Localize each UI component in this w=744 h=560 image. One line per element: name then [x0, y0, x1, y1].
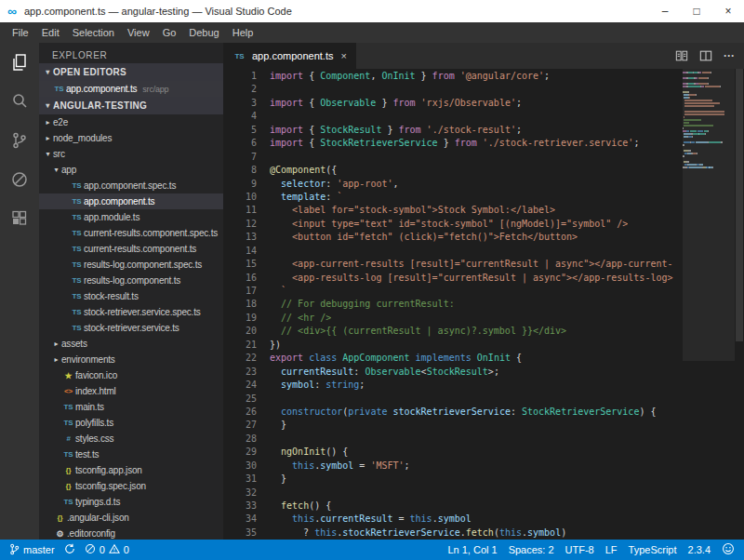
- tree-item[interactable]: TStypings.d.ts: [39, 494, 223, 510]
- code-area[interactable]: 1import { Component, OnInit } from '@ang…: [223, 69, 683, 540]
- code-token: 'app-root': [337, 179, 392, 189]
- tree-item[interactable]: {}tsconfig.app.json: [39, 462, 223, 478]
- menu-help[interactable]: Help: [226, 27, 260, 38]
- menu-selection[interactable]: Selection: [66, 27, 121, 38]
- tree-item[interactable]: ▾src: [39, 146, 223, 162]
- status-encoding[interactable]: UTF-8: [565, 544, 594, 555]
- problems-indicator[interactable]: 0 0: [85, 543, 129, 556]
- more-actions-icon[interactable]: ···: [724, 49, 735, 62]
- line-number: 18: [223, 298, 257, 311]
- tree-item[interactable]: TSapp.component.ts: [39, 193, 223, 209]
- tree-item[interactable]: ▸e2e: [39, 114, 223, 130]
- tree-item[interactable]: ▸environments: [39, 352, 223, 367]
- open-editor-item[interactable]: TSapp.component.tssrc/app: [39, 81, 223, 97]
- source-control-icon[interactable]: [0, 121, 39, 160]
- menu-file[interactable]: File: [6, 27, 35, 38]
- code-token: symbol: [438, 513, 472, 524]
- menu-view[interactable]: View: [121, 27, 156, 38]
- open-changes-icon[interactable]: [675, 49, 688, 62]
- tree-item[interactable]: TScurrent-results.component.spec.ts: [39, 225, 223, 241]
- code-text: this.symbol = 'MSFT';: [270, 460, 410, 473]
- tree-item[interactable]: TSpolyfills.ts: [39, 415, 223, 431]
- status-cursor-position[interactable]: Ln 1, Col 1: [447, 544, 497, 555]
- code-line: 6import { StockRetrieverService } from '…: [223, 137, 683, 150]
- tree-item[interactable]: TSstock-result.ts: [39, 288, 223, 304]
- tree-item[interactable]: #styles.css: [39, 431, 223, 447]
- split-editor-icon[interactable]: [699, 49, 712, 62]
- line-number: 28: [223, 433, 257, 446]
- code-token: currentResult: [320, 513, 392, 524]
- tree-item[interactable]: TStest.ts: [39, 447, 223, 462]
- code-line: 23 currentResult: Observable<StockResult…: [223, 366, 683, 379]
- close-button[interactable]: ×: [712, 0, 744, 22]
- menu-debug[interactable]: Debug: [182, 27, 225, 38]
- sidebar-title: EXPLORER: [39, 43, 223, 63]
- tree-item[interactable]: {}tsconfig.spec.json: [39, 478, 223, 494]
- tree-item[interactable]: ▾app: [39, 162, 223, 178]
- code-token: this: [410, 513, 432, 524]
- explorer-icon[interactable]: [0, 43, 39, 82]
- code-text: template: `: [270, 191, 342, 204]
- tree-item[interactable]: ▸assets: [39, 336, 223, 352]
- code-token: StockResult: [320, 125, 381, 135]
- tree-item[interactable]: TSmain.ts: [39, 399, 223, 415]
- feedback-smiley-icon[interactable]: [722, 542, 735, 557]
- status-language-mode[interactable]: TypeScript: [629, 544, 677, 555]
- file-type-icon: TS: [70, 260, 84, 269]
- code-token: ;: [405, 460, 410, 471]
- tree-item[interactable]: ★favicon.ico: [39, 367, 223, 383]
- tree-item[interactable]: ⚙.editorconfig: [39, 526, 223, 540]
- tree-item-label: current-results.component.ts: [84, 244, 196, 254]
- sync-button[interactable]: [64, 543, 75, 556]
- maximize-button[interactable]: □: [681, 0, 712, 22]
- line-number: 22: [223, 352, 257, 365]
- file-type-icon: #: [61, 434, 75, 443]
- status-eol[interactable]: LF: [605, 544, 618, 555]
- menu-go[interactable]: Go: [156, 27, 183, 38]
- status-indentation[interactable]: Spaces: 2: [509, 544, 554, 555]
- line-number: 11: [223, 204, 257, 217]
- status-version[interactable]: 2.3.4: [688, 544, 711, 555]
- tree-item[interactable]: <>index.html: [39, 383, 223, 399]
- git-branch-indicator[interactable]: master: [9, 543, 55, 557]
- editor[interactable]: 1import { Component, OnInit } from '@ang…: [223, 69, 744, 540]
- code-text: export class AppComponent implements OnI…: [270, 352, 522, 365]
- code-token: [270, 447, 281, 457]
- code-line: 35 ? this.stockRetrieverService.fetch(th…: [223, 527, 683, 540]
- code-token: export: [270, 353, 303, 363]
- extensions-icon[interactable]: [0, 199, 39, 238]
- code-text: // For debugging currentResult:: [270, 298, 455, 311]
- code-line: 27 }: [223, 419, 683, 432]
- tab-app-component-ts[interactable]: TSapp.component.ts×: [223, 43, 356, 69]
- search-icon[interactable]: [0, 82, 39, 121]
- folder-section-header[interactable]: ▾ ANGULAR-TESTING: [39, 97, 223, 114]
- minimize-button[interactable]: –: [649, 0, 681, 22]
- vertical-scrollbar[interactable]: [735, 69, 744, 540]
- tree-item[interactable]: TSstock-retriever.service.spec.ts: [39, 304, 223, 320]
- code-line: 21}): [223, 339, 683, 352]
- tree-item-label: .editorconfig: [67, 528, 115, 539]
- line-number: 3: [223, 97, 257, 110]
- code-token: './stock-retriever.service': [483, 138, 634, 148]
- tree-item[interactable]: TSstock-retriever.service.ts: [39, 320, 223, 336]
- tree-item[interactable]: TScurrent-results.component.ts: [39, 241, 223, 257]
- tree-item[interactable]: ▸node_modules: [39, 130, 223, 146]
- tree-item[interactable]: {}.angular-cli.json: [39, 510, 223, 526]
- line-number: 31: [223, 473, 257, 486]
- menu-edit[interactable]: Edit: [35, 27, 66, 38]
- tab-close-icon[interactable]: ×: [340, 50, 346, 61]
- scrollbar-thumb[interactable]: [736, 69, 743, 341]
- code-token: () {: [309, 500, 331, 511]
- tree-item[interactable]: TSapp.component.spec.ts: [39, 178, 223, 193]
- tree-item[interactable]: TSapp.module.ts: [39, 209, 223, 225]
- code-token: [270, 232, 292, 242]
- open-editors-header[interactable]: ▾ OPEN EDITORS: [39, 63, 223, 81]
- tree-item[interactable]: TSresults-log.component.ts: [39, 273, 223, 288]
- code-token: {: [303, 71, 320, 81]
- open-editor-label: app.component.ts: [66, 84, 137, 94]
- file-type-icon: ⚙: [53, 529, 67, 539]
- section-label: ANGULAR-TESTING: [53, 100, 147, 111]
- tree-item[interactable]: TSresults-log.component.spec.ts: [39, 257, 223, 273]
- debug-icon[interactable]: [0, 160, 39, 199]
- minimap[interactable]: [683, 69, 735, 540]
